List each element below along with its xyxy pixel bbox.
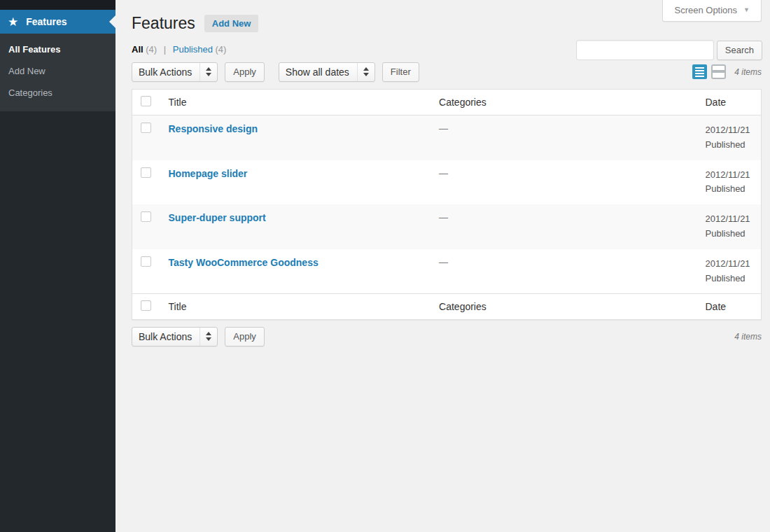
sidebar-item-add-new[interactable]: Add New bbox=[0, 61, 115, 83]
table-row: Homepage slider — 2012/11/21 Published bbox=[132, 160, 762, 205]
items-count-top: 4 items bbox=[734, 67, 762, 77]
column-header-title: Title bbox=[162, 90, 433, 115]
features-submenu: All Features Add New Categories bbox=[0, 34, 115, 111]
row-date: 2012/11/21 bbox=[706, 257, 755, 272]
row-date: 2012/11/21 bbox=[706, 123, 755, 138]
column-footer-title: Title bbox=[162, 294, 433, 320]
admin-bar-strip bbox=[0, 0, 115, 10]
dates-filter-select[interactable]: Show all dates bbox=[279, 62, 375, 82]
features-list-table: Title Categories Date Responsive design … bbox=[132, 89, 762, 320]
add-new-button[interactable]: Add New bbox=[204, 15, 259, 32]
select-all-checkbox-bottom[interactable] bbox=[141, 300, 151, 311]
row-status: Published bbox=[706, 182, 755, 197]
row-title-link[interactable]: Super-duper support bbox=[169, 212, 266, 223]
star-icon: ★ bbox=[8, 16, 18, 28]
search-box: Search bbox=[576, 40, 762, 60]
table-footer: Title Categories Date bbox=[132, 294, 762, 320]
screen-options-label: Screen Options bbox=[674, 5, 737, 15]
row-date: 2012/11/21 bbox=[706, 168, 755, 183]
bulk-actions-select[interactable]: Bulk Actions bbox=[132, 62, 218, 82]
apply-button-bottom[interactable]: Apply bbox=[225, 327, 265, 346]
table-row: Tasty WooCommerce Goodness — 2012/11/21 … bbox=[132, 249, 762, 294]
sidebar-menu-label: Features bbox=[26, 16, 66, 27]
select-arrows-icon bbox=[200, 63, 217, 81]
table-row: Responsive design — 2012/11/21 Published bbox=[132, 115, 762, 160]
row-title-link[interactable]: Homepage slider bbox=[169, 168, 248, 179]
dates-filter-label: Show all dates bbox=[286, 66, 349, 78]
row-checkbox[interactable] bbox=[141, 256, 151, 267]
apply-button[interactable]: Apply bbox=[225, 62, 265, 82]
items-count-bottom: 4 items bbox=[734, 332, 762, 342]
search-button[interactable]: Search bbox=[717, 41, 762, 60]
column-footer-categories: Categories bbox=[432, 294, 698, 320]
current-menu-arrow-icon bbox=[109, 15, 115, 28]
row-checkbox[interactable] bbox=[141, 122, 151, 133]
row-status: Published bbox=[706, 272, 755, 286]
table-row: Super-duper support — 2012/11/21 Publish… bbox=[132, 204, 762, 249]
admin-sidebar: ★ Features All Features Add New Categori… bbox=[0, 0, 115, 532]
view-switcher: 4 items bbox=[692, 64, 762, 79]
all-count: (4) bbox=[146, 44, 157, 55]
row-categories: — bbox=[439, 123, 448, 134]
row-checkbox[interactable] bbox=[141, 211, 151, 222]
filter-button[interactable]: Filter bbox=[382, 62, 419, 82]
row-categories: — bbox=[439, 257, 448, 267]
tablenav-top: Bulk Actions Apply Show all dates Filter bbox=[132, 62, 762, 82]
tablenav-bottom: Bulk Actions Apply 4 items bbox=[132, 326, 762, 346]
sidebar-menu-features[interactable]: ★ Features bbox=[0, 10, 115, 34]
tablenav-bottom-actions: Bulk Actions Apply bbox=[132, 327, 265, 346]
admin-content: Screen Options ▼ Search Features Add New… bbox=[115, 0, 770, 532]
row-status: Published bbox=[706, 227, 755, 241]
page-title: Features bbox=[132, 13, 195, 34]
row-categories: — bbox=[439, 168, 448, 178]
filter-separator: | bbox=[164, 44, 166, 55]
sidebar-item-all-features[interactable]: All Features bbox=[0, 39, 115, 61]
screen-options-tab[interactable]: Screen Options ▼ bbox=[662, 0, 762, 22]
row-status: Published bbox=[706, 138, 755, 153]
row-title-link[interactable]: Responsive design bbox=[169, 123, 258, 134]
row-date: 2012/11/21 bbox=[706, 212, 755, 227]
published-count: (4) bbox=[216, 44, 227, 55]
sidebar-item-categories[interactable]: Categories bbox=[0, 83, 115, 104]
column-header-date: Date bbox=[699, 90, 762, 115]
chevron-down-icon: ▼ bbox=[743, 7, 750, 13]
select-all-checkbox-top[interactable] bbox=[141, 96, 151, 106]
row-checkbox[interactable] bbox=[141, 167, 151, 178]
bulk-actions-label: Bulk Actions bbox=[139, 331, 192, 342]
column-footer-date: Date bbox=[699, 294, 762, 320]
list-view-icon[interactable] bbox=[692, 64, 707, 79]
table-header: Title Categories Date bbox=[132, 90, 762, 115]
search-input[interactable] bbox=[576, 40, 714, 60]
excerpt-view-icon[interactable] bbox=[711, 64, 726, 79]
filter-link-all[interactable]: All bbox=[132, 44, 144, 55]
select-arrows-icon bbox=[200, 328, 217, 346]
bulk-actions-select-bottom[interactable]: Bulk Actions bbox=[132, 327, 218, 346]
tablenav-top-actions: Bulk Actions Apply Show all dates Filter bbox=[132, 62, 419, 82]
row-title-link[interactable]: Tasty WooCommerce Goodness bbox=[169, 257, 318, 268]
column-header-categories: Categories bbox=[432, 90, 698, 115]
row-categories: — bbox=[439, 212, 448, 223]
select-arrows-icon bbox=[357, 63, 374, 81]
filter-link-published[interactable]: Published bbox=[173, 44, 213, 55]
bulk-actions-label: Bulk Actions bbox=[139, 66, 192, 78]
